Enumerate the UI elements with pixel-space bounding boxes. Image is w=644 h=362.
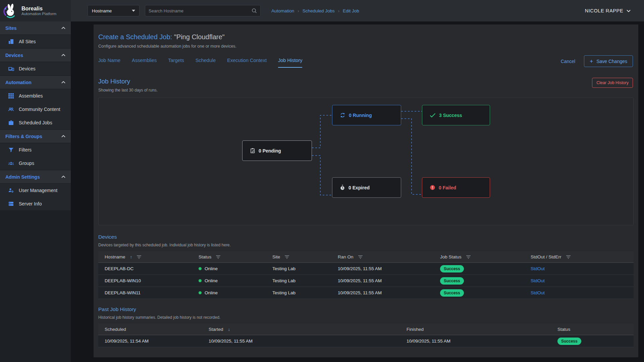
- tab-job-name[interactable]: Job Name: [98, 58, 120, 68]
- stdout-link[interactable]: StdOut: [531, 278, 545, 283]
- filter-menu-icon[interactable]: [466, 255, 471, 259]
- groups-icon: [8, 160, 14, 166]
- sidebar-item-assemblies[interactable]: Assemblies: [0, 89, 71, 103]
- sidebar-item-server-info[interactable]: Server Info: [0, 197, 71, 210]
- tabs: Job Name Assemblies Targets Schedule Exe…: [98, 58, 302, 68]
- filter-menu-icon[interactable]: [566, 255, 571, 259]
- sidebar-item-filters[interactable]: Filters: [0, 143, 71, 157]
- tab-assemblies[interactable]: Assemblies: [132, 58, 157, 68]
- main-area: Create a Scheduled Job: "Ping Cloudflare…: [71, 21, 644, 362]
- devices-table-header: Hostname ↑ Status Site Ran On Job: [98, 251, 634, 263]
- cancel-button[interactable]: Cancel: [561, 59, 576, 64]
- column-header-status[interactable]: Status: [557, 327, 634, 332]
- save-changes-label: Save Changes: [596, 59, 627, 64]
- hostname-select[interactable]: Hostname: [88, 5, 140, 16]
- tab-schedule[interactable]: Schedule: [196, 58, 216, 68]
- breadcrumb: Automation › Scheduled Jobs › Edit Job: [271, 8, 359, 13]
- flow-node-running[interactable]: 0 Running: [332, 105, 401, 125]
- online-dot-icon: [199, 291, 202, 294]
- content-panel: Create a Scheduled Job: "Ping Cloudflare…: [94, 24, 638, 357]
- breadcrumb-edit-job[interactable]: Edit Job: [343, 8, 359, 13]
- devices-subheading: Devices targeted by this scheduled job. …: [98, 243, 633, 247]
- flow-node-pending[interactable]: 0 Pending: [242, 140, 312, 161]
- column-header-started[interactable]: Started↓: [209, 327, 407, 332]
- status-badge: Success: [440, 265, 464, 273]
- filter-menu-icon[interactable]: [285, 255, 289, 259]
- scheduled-cell: 10/09/2025, 11:54 AM: [105, 339, 209, 344]
- filter-menu-icon[interactable]: [358, 255, 363, 259]
- sidebar-item-scheduled-jobs[interactable]: Scheduled Jobs: [0, 116, 71, 129]
- sidebar-section-label: Filters & Groups: [5, 134, 42, 139]
- column-label: Site: [272, 254, 280, 259]
- tab-execution-context[interactable]: Execution Context: [227, 58, 267, 68]
- site-cell: Testing Lab: [272, 278, 338, 283]
- plus-icon: +: [590, 58, 593, 64]
- status-cell: Success: [557, 338, 634, 345]
- job-status-flow-diagram: 0 Pending 0 Running 3 Success 0 Expired …: [98, 98, 634, 225]
- sort-desc-icon[interactable]: ↓: [228, 327, 230, 332]
- sidebar-section-automation[interactable]: Automation: [0, 76, 71, 89]
- user-name: NICOLE RAPPE: [585, 8, 623, 13]
- sidebar: Sites All Sites Devices Devices Automati…: [0, 21, 71, 362]
- flow-node-success[interactable]: 3 Success: [422, 105, 490, 125]
- sidebar-item-all-sites[interactable]: All Sites: [0, 35, 71, 48]
- column-header-status[interactable]: Status: [199, 254, 272, 259]
- page-title-job-name: "Ping Cloudflare": [172, 33, 225, 41]
- building-icon: [8, 39, 14, 45]
- hostname-cell: DEEPLAB-WIN10: [105, 278, 199, 283]
- column-header-stdout-stderr[interactable]: StdOut / StdErr: [531, 254, 634, 259]
- sidebar-section-filters-groups[interactable]: Filters & Groups: [0, 130, 71, 143]
- column-header-hostname[interactable]: Hostname ↑: [105, 254, 199, 259]
- column-label: Scheduled: [105, 327, 126, 332]
- save-changes-button[interactable]: + Save Changes: [584, 55, 633, 67]
- column-header-finished[interactable]: Finished: [407, 327, 557, 332]
- sidebar-section-sites[interactable]: Sites: [0, 21, 71, 35]
- user-menu[interactable]: NICOLE RAPPE: [585, 8, 631, 13]
- ran-on-cell: 10/09/2025, 11:55 AM: [338, 266, 440, 271]
- search-input[interactable]: [149, 8, 252, 13]
- error-icon: [430, 185, 435, 190]
- column-header-ran-on[interactable]: Ran On: [338, 254, 440, 259]
- grid-icon: [8, 93, 14, 99]
- breadcrumb-scheduled-jobs[interactable]: Scheduled Jobs: [303, 8, 335, 13]
- job-status-cell: Success: [440, 265, 531, 273]
- stdout-link[interactable]: StdOut: [531, 290, 545, 295]
- status-badge: Success: [557, 338, 581, 345]
- status-text: Online: [205, 278, 218, 283]
- tab-job-history[interactable]: Job History: [278, 58, 303, 68]
- chevron-up-icon: [61, 54, 65, 56]
- filter-icon: [8, 147, 14, 153]
- stdout-link[interactable]: StdOut: [531, 266, 545, 271]
- filter-menu-icon[interactable]: [137, 255, 141, 259]
- sidebar-section-admin-settings[interactable]: Admin Settings: [0, 170, 71, 184]
- search-box: [145, 5, 261, 16]
- top-bar: Borealis Automation Platform Hostname Au…: [0, 0, 644, 21]
- table-row: DEEPLAB-WIN11 Online Testing Lab 10/09/2…: [98, 287, 634, 299]
- sidebar-item-label: Assemblies: [19, 93, 43, 99]
- brand-name: Borealis: [21, 6, 56, 12]
- column-header-job-status[interactable]: Job Status: [440, 254, 531, 259]
- tab-targets[interactable]: Targets: [168, 58, 184, 68]
- breadcrumb-automation[interactable]: Automation: [271, 8, 294, 13]
- flow-node-failed[interactable]: 0 Failed: [422, 177, 490, 198]
- sidebar-section-devices[interactable]: Devices: [0, 49, 71, 62]
- filter-menu-icon[interactable]: [216, 255, 220, 259]
- brand: Borealis Automation Platform: [0, 0, 71, 21]
- sidebar-item-groups[interactable]: Groups: [0, 157, 71, 170]
- clear-job-history-button[interactable]: Clear Job History: [592, 78, 633, 88]
- sidebar-item-user-management[interactable]: User Management: [0, 184, 71, 197]
- sidebar-item-community-content[interactable]: Community Content: [0, 103, 71, 116]
- column-label: Hostname: [105, 254, 125, 259]
- sort-asc-icon[interactable]: ↑: [130, 254, 132, 259]
- flow-node-expired[interactable]: 0 Expired: [332, 177, 401, 198]
- community-icon: [8, 106, 14, 112]
- sidebar-item-devices[interactable]: Devices: [0, 62, 71, 75]
- job-history-subheading: Showing the last 30 days of runs.: [98, 88, 158, 93]
- server-icon: [8, 201, 14, 207]
- column-header-site[interactable]: Site: [272, 254, 338, 259]
- column-header-scheduled[interactable]: Scheduled: [105, 327, 209, 332]
- column-label: Status: [199, 254, 211, 259]
- status-text: Online: [205, 266, 218, 271]
- chevron-down-icon: [627, 10, 631, 12]
- flow-node-label: 0 Running: [349, 113, 372, 118]
